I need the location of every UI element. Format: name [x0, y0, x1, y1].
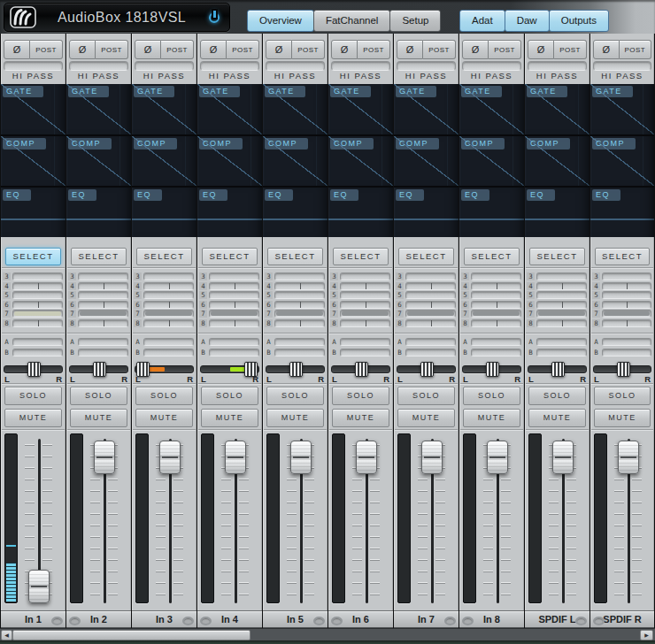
hipass-slider[interactable] — [266, 61, 325, 71]
comp-panel[interactable]: COMP — [263, 136, 328, 186]
send-7-slider[interactable] — [12, 310, 63, 318]
hipass-slider[interactable] — [397, 61, 456, 71]
send-3-slider[interactable] — [12, 272, 63, 280]
pan-slider[interactable] — [528, 365, 587, 373]
fx-send-B-slider[interactable] — [209, 349, 259, 356]
send-4-slider[interactable] — [602, 282, 651, 290]
phase-button[interactable]: Ø — [462, 40, 489, 59]
send-5-slider[interactable] — [274, 291, 325, 299]
fx-send-A-slider[interactable] — [536, 338, 587, 346]
gate-panel[interactable]: GATE — [263, 84, 328, 134]
gate-panel[interactable]: GATE — [459, 84, 524, 134]
send-8-slider[interactable] — [405, 319, 456, 327]
scroll-left-arrow-icon[interactable]: ◀ — [1, 630, 12, 640]
hipass-slider[interactable] — [69, 61, 128, 71]
fx-send-B-slider[interactable] — [602, 349, 651, 356]
phase-button[interactable]: Ø — [528, 40, 554, 59]
send-7-slider[interactable] — [405, 310, 456, 318]
solo-button[interactable]: SOLO — [70, 387, 127, 405]
send-8-slider[interactable] — [471, 319, 521, 327]
pan-slider[interactable] — [397, 365, 456, 373]
send-4-slider[interactable] — [12, 282, 63, 290]
hipass-slider[interactable] — [593, 61, 651, 71]
power-icon[interactable] — [207, 11, 221, 25]
fader-handle[interactable] — [28, 570, 50, 603]
channel-name-row[interactable]: In 5 — [263, 610, 328, 628]
send-7-slider[interactable] — [78, 310, 128, 318]
send-8-slider[interactable] — [536, 319, 587, 327]
fader-handle[interactable] — [159, 441, 181, 474]
pan-handle[interactable] — [27, 362, 41, 377]
fx-send-A-slider[interactable] — [209, 338, 259, 346]
send-5-slider[interactable] — [471, 291, 521, 299]
send-5-slider[interactable] — [143, 291, 194, 299]
solo-button[interactable]: SOLO — [528, 387, 586, 405]
channel-name-row[interactable]: In 2 — [66, 610, 131, 628]
fader-handle[interactable] — [94, 441, 115, 474]
select-button[interactable]: SELECT — [5, 248, 61, 265]
send-3-slider[interactable] — [274, 272, 325, 280]
send-6-slider[interactable] — [209, 301, 259, 309]
comp-panel[interactable]: COMP — [197, 136, 262, 186]
send-4-slider[interactable] — [340, 282, 390, 290]
stereo-link-indicator[interactable] — [331, 617, 343, 625]
pan-slider[interactable] — [462, 365, 521, 373]
fader-handle[interactable] — [552, 441, 574, 474]
send-4-slider[interactable] — [143, 282, 194, 290]
tab-overview[interactable]: Overview — [247, 10, 314, 32]
send-3-slider[interactable] — [209, 272, 259, 280]
fx-send-A-slider[interactable] — [340, 338, 390, 346]
send-7-slider[interactable] — [209, 310, 259, 318]
fx-send-A-slider[interactable] — [602, 338, 651, 346]
send-6-slider[interactable] — [274, 301, 325, 309]
send-5-slider[interactable] — [78, 291, 128, 299]
mute-button[interactable]: MUTE — [463, 409, 520, 427]
eq-panel[interactable]: EQ — [525, 188, 590, 237]
pan-handle[interactable] — [289, 362, 303, 377]
post-button[interactable]: POST — [489, 40, 521, 59]
send-7-slider[interactable] — [536, 310, 587, 318]
solo-button[interactable]: SOLO — [266, 387, 324, 405]
fx-send-A-slider[interactable] — [405, 338, 456, 346]
fx-send-B-slider[interactable] — [78, 349, 128, 356]
solo-button[interactable]: SOLO — [594, 387, 651, 405]
hipass-slider[interactable] — [4, 61, 63, 71]
pan-slider[interactable] — [4, 365, 63, 373]
fx-send-B-slider[interactable] — [340, 349, 390, 356]
fx-send-B-slider[interactable] — [536, 349, 587, 356]
comp-panel[interactable]: COMP — [328, 136, 393, 186]
pan-slider[interactable] — [266, 365, 325, 373]
send-3-slider[interactable] — [471, 272, 521, 280]
post-button[interactable]: POST — [161, 40, 194, 59]
stereo-link-indicator[interactable] — [182, 617, 194, 625]
mute-button[interactable]: MUTE — [332, 409, 389, 427]
select-button[interactable]: SELECT — [136, 248, 192, 265]
eq-panel[interactable]: EQ — [66, 188, 131, 237]
send-8-slider[interactable] — [12, 319, 63, 327]
gate-panel[interactable]: GATE — [328, 84, 393, 134]
send-6-slider[interactable] — [340, 301, 390, 309]
select-button[interactable]: SELECT — [529, 248, 585, 265]
phase-button[interactable]: Ø — [4, 40, 30, 59]
fx-send-B-slider[interactable] — [12, 349, 63, 356]
channel-name-row[interactable]: In 7 — [394, 610, 458, 628]
phase-button[interactable]: Ø — [135, 40, 161, 59]
post-button[interactable]: POST — [292, 40, 325, 59]
pan-slider[interactable] — [135, 365, 194, 373]
send-7-slider[interactable] — [274, 310, 325, 318]
gate-panel[interactable]: GATE — [66, 84, 131, 134]
send-5-slider[interactable] — [536, 291, 587, 299]
post-button[interactable]: POST — [620, 40, 651, 59]
stereo-link-indicator[interactable] — [51, 617, 63, 625]
send-3-slider[interactable] — [340, 272, 390, 280]
eq-panel[interactable]: EQ — [197, 188, 262, 237]
send-6-slider[interactable] — [536, 301, 587, 309]
solo-button[interactable]: SOLO — [135, 387, 193, 405]
eq-panel[interactable]: EQ — [263, 188, 328, 237]
send-3-slider[interactable] — [405, 272, 456, 280]
channel-name-row[interactable]: In 1 — [1, 610, 66, 628]
solo-button[interactable]: SOLO — [463, 387, 520, 405]
gate-panel[interactable]: GATE — [132, 84, 196, 134]
select-button[interactable]: SELECT — [333, 248, 389, 265]
send-4-slider[interactable] — [405, 282, 456, 290]
